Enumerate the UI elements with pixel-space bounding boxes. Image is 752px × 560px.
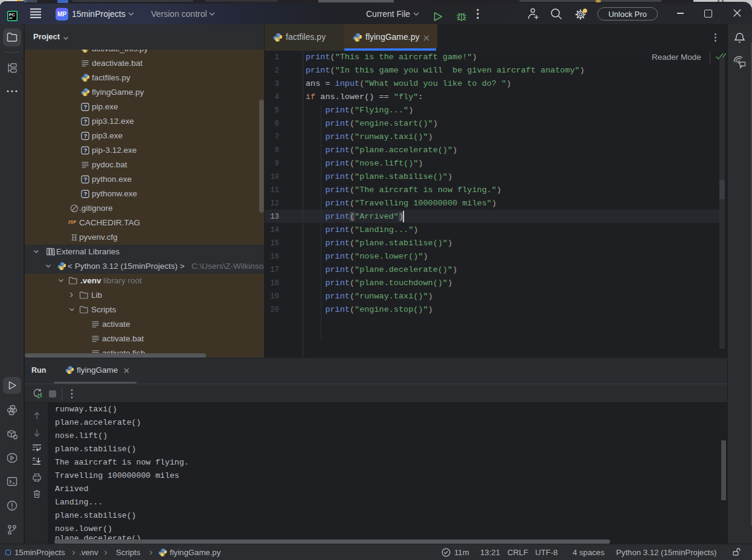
svg-text:PC: PC: [9, 13, 15, 17]
